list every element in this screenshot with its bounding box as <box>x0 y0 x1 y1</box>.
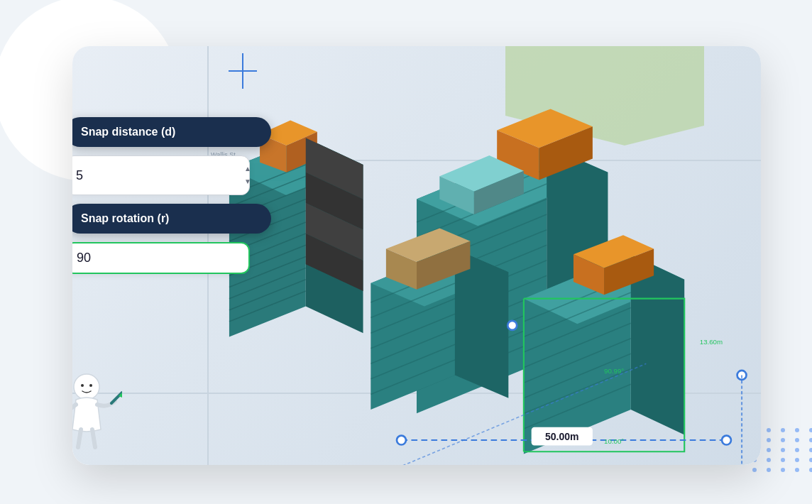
svg-point-89 <box>89 384 92 387</box>
snap-distance-input[interactable] <box>76 168 241 183</box>
snap-distance-increment[interactable]: ▲ <box>241 163 255 175</box>
snap-distance-badge: Snap distance (d) <box>72 117 271 147</box>
svg-point-85 <box>74 374 99 400</box>
snap-rotation-input-wrap <box>72 242 250 274</box>
snap-distance-decrement[interactable]: ▼ <box>241 176 255 187</box>
svg-text:13.60m: 13.60m <box>700 338 723 346</box>
crosshair <box>229 53 257 89</box>
main-card: Wallis St <box>72 46 761 465</box>
svg-text:90.99°: 90.99° <box>604 367 624 375</box>
svg-text:50.00m: 50.00m <box>545 431 578 442</box>
scene-container: Wallis St <box>51 25 761 479</box>
crosshair-vertical <box>242 53 243 89</box>
control-panel: Snap distance (d) ▲ ▼ Snap rotation (r) <box>72 117 271 274</box>
dots-grid <box>752 428 812 472</box>
dots-decoration <box>752 428 812 472</box>
character-illustration <box>72 366 122 451</box>
svg-point-71 <box>508 321 517 330</box>
snap-distance-stepper: ▲ ▼ <box>241 163 255 187</box>
svg-point-75 <box>397 436 406 445</box>
snap-distance-input-wrap: ▲ ▼ <box>72 155 250 195</box>
svg-point-76 <box>722 436 731 445</box>
svg-point-88 <box>81 384 84 387</box>
svg-text:10.00°: 10.00° <box>604 437 624 445</box>
snap-rotation-badge: Snap rotation (r) <box>72 204 271 234</box>
snap-rotation-input[interactable] <box>77 251 241 265</box>
